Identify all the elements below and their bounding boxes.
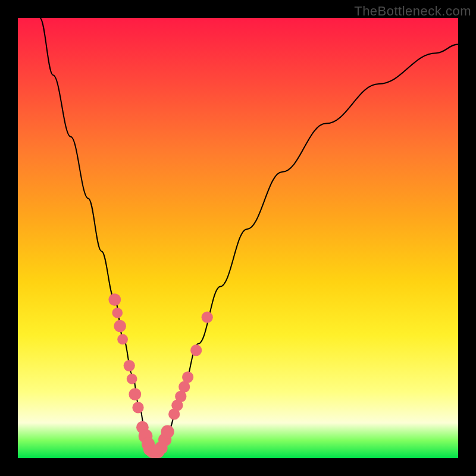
data-marker <box>108 293 121 306</box>
chart-container: TheBottleneck.com <box>0 0 476 476</box>
data-marker <box>132 402 143 413</box>
data-marker <box>127 374 137 384</box>
data-marker <box>129 388 141 400</box>
plot-area <box>18 18 458 458</box>
data-marker <box>190 345 202 356</box>
data-marker <box>114 320 126 333</box>
data-marker <box>124 360 135 371</box>
data-marker <box>161 425 174 439</box>
watermark-text: TheBottleneck.com <box>354 4 471 19</box>
data-marker <box>112 308 123 318</box>
data-marker <box>182 371 193 383</box>
chart-svg <box>18 18 458 458</box>
data-marker <box>117 334 128 345</box>
bottleneck-curve <box>40 18 458 452</box>
data-marker <box>202 312 213 323</box>
